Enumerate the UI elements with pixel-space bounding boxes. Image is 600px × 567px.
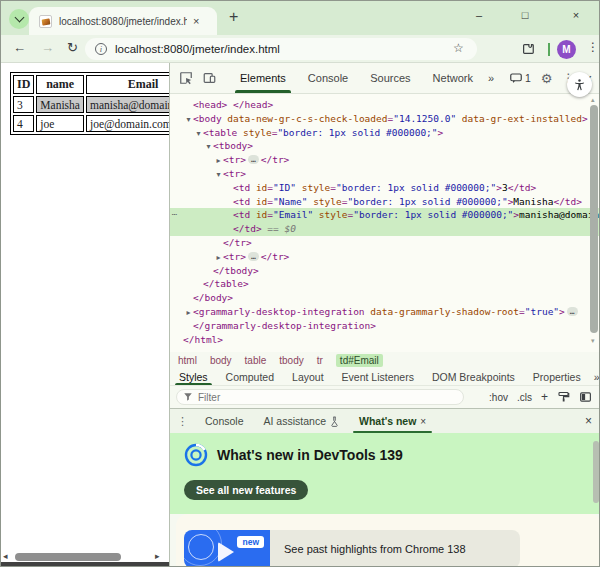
tab-search-button[interactable]	[9, 9, 29, 29]
expand-arrow-open-icon[interactable]: ▾	[204, 140, 213, 154]
drawer-tab-what's-new[interactable]: What's new×	[349, 409, 436, 433]
bookmark-star-icon[interactable]: ☆	[453, 41, 464, 55]
breadcrumb-item[interactable]: tbody	[279, 355, 303, 366]
breadcrumb-item[interactable]: table	[245, 355, 267, 366]
highlights-card[interactable]: new See past highlights from Chrome 138	[184, 530, 520, 567]
devtools-tab-sources[interactable]: Sources	[359, 63, 421, 93]
funnel-icon	[183, 392, 193, 402]
dom-tree-line[interactable]: </grammarly-desktop-integration>	[170, 319, 600, 333]
hscroll-left-arrow-icon[interactable]: ◂	[3, 551, 8, 561]
tree-scroll-up-icon[interactable]: ▴	[591, 96, 595, 104]
device-toolbar-icon[interactable]	[202, 71, 217, 85]
dom-tree-line[interactable]: </tbody>	[170, 264, 600, 278]
dom-tree-line[interactable]: ⋯<td id="Email" style="border: 1px solid…	[170, 208, 600, 222]
table-header-cell: name	[36, 75, 84, 94]
address-bar[interactable]: i localhost:8080/jmeter/index.html	[85, 38, 477, 60]
dom-tree-line[interactable]: ▾<body data-new-gr-c-s-check-loaded="14.…	[170, 112, 600, 126]
reload-button[interactable]: ↻	[67, 40, 78, 55]
browser-tab[interactable]: localhost:8080/jmeter/index.htm ×	[29, 7, 217, 35]
dom-tree-line[interactable]: </td> == $0	[170, 222, 600, 236]
expand-arrow-open-icon[interactable]: ▾	[194, 127, 203, 141]
whats-new-scrollbar-thumb[interactable]	[593, 441, 599, 503]
dom-tree-line[interactable]: </body>	[170, 291, 600, 305]
dom-tree-line[interactable]: <td id="Name" style="border: 1px solid #…	[170, 195, 600, 209]
styles-tab-layout[interactable]: Layout	[283, 368, 333, 385]
expand-arrow-closed-icon[interactable]: ▸	[184, 306, 193, 320]
styles-tab-properties[interactable]: Properties	[524, 368, 590, 385]
settings-gear-icon[interactable]: ⚙	[541, 71, 553, 86]
paint-roller-icon[interactable]	[557, 391, 570, 403]
devtools-tab-network[interactable]: Network	[422, 63, 484, 93]
accessibility-icon[interactable]	[567, 72, 592, 97]
expand-arrow-closed-icon[interactable]: ▸	[214, 154, 223, 168]
dom-tree-line[interactable]: </table>	[170, 277, 600, 291]
styles-tab-event-listeners[interactable]: Event Listeners	[333, 368, 423, 385]
dom-tree-line[interactable]: ▸<tr>…</tr>	[170, 153, 600, 167]
expand-arrow-open-icon[interactable]: ▾	[184, 113, 193, 127]
tab-close-button[interactable]: ×	[193, 15, 199, 27]
whats-new-card-area: new See past highlights from Chrome 138	[176, 514, 600, 567]
dom-tree-line[interactable]: ▾<tbody>	[170, 139, 600, 153]
hscroll-right-arrow-icon[interactable]: ▸	[155, 551, 160, 561]
dom-tree-line[interactable]: </tr>	[170, 236, 600, 250]
styles-tab-computed[interactable]: Computed	[217, 368, 283, 385]
back-button[interactable]: ←	[13, 40, 26, 55]
drawer-close-button[interactable]: ×	[585, 414, 600, 428]
dom-tree-line[interactable]: ▾<table style="border: 1px solid #000000…	[170, 126, 600, 140]
table-row: 4joejoe@domain.com	[13, 115, 169, 132]
issues-button[interactable]: 1	[510, 72, 531, 84]
tree-scroll-down-icon[interactable]: ▾	[591, 337, 595, 345]
window-close-button[interactable]: ×	[561, 9, 591, 21]
code-token: == $0	[262, 223, 296, 234]
dom-tree-line[interactable]: ▸<grammarly-desktop-integration data-gra…	[170, 305, 600, 319]
dom-tree-line[interactable]: </html>	[170, 333, 600, 347]
new-tab-button[interactable]: +	[229, 8, 238, 26]
drawer-tab-console[interactable]: Console	[195, 409, 254, 433]
styles-filter-input[interactable]: Filter	[176, 389, 464, 405]
expand-arrow-open-icon[interactable]: ▾	[214, 168, 223, 182]
line-options-icon[interactable]: ⋯	[172, 208, 176, 222]
drawer-tab-ai-assistance[interactable]: AI assistance	[254, 409, 349, 433]
drawer-tabbar: ⋮ ConsoleAI assistanceWhat's new× ×	[170, 408, 600, 433]
dom-tree-line[interactable]: <head> </head>	[170, 98, 600, 112]
breadcrumb-item[interactable]: body	[210, 355, 232, 366]
minimize-button[interactable]: –	[464, 9, 494, 21]
tree-scrollbar-thumb[interactable]	[590, 105, 598, 333]
expand-arrow-closed-icon[interactable]: ▸	[214, 251, 223, 265]
see-all-features-button[interactable]: See all new features	[184, 480, 308, 500]
element-classes-button[interactable]: .cls	[517, 392, 532, 403]
page-table: IDnameEmail 3Manishamanisha@domain.com4j…	[10, 72, 169, 135]
devtools-panel: ElementsConsoleSourcesNetwork » 1 ⚙ ⋮ × …	[169, 63, 600, 567]
styles-tab-styles[interactable]: Styles	[170, 368, 217, 385]
site-info-icon[interactable]: i	[95, 43, 107, 55]
extensions-icon[interactable]	[521, 42, 535, 56]
maximize-button[interactable]: □	[510, 9, 540, 21]
url-text[interactable]: localhost:8080/jmeter/index.html	[115, 43, 280, 55]
drawer-tab-close-button[interactable]: ×	[420, 416, 426, 427]
forward-button[interactable]: →	[41, 40, 54, 55]
breadcrumb-item[interactable]: html	[178, 355, 197, 366]
devtools-tab-elements[interactable]: Elements	[229, 63, 297, 93]
new-style-rule-button[interactable]: +	[541, 390, 548, 404]
sidebar-toggle-icon[interactable]	[579, 391, 592, 403]
code-token: <grammarly-desktop-integration	[193, 306, 365, 317]
collapsed-content-icon[interactable]: …	[567, 307, 578, 316]
inspect-element-icon[interactable]	[179, 71, 193, 85]
dom-tree-line[interactable]: ▾<tr>	[170, 167, 600, 181]
collapsed-content-icon[interactable]: …	[248, 155, 259, 164]
code-token: </tr>	[223, 237, 252, 248]
toggle-hover-state-button[interactable]: :hov	[489, 392, 508, 403]
breadcrumb-item[interactable]: tr	[317, 355, 323, 366]
styles-tab-dom-breakpoints[interactable]: DOM Breakpoints	[423, 368, 524, 385]
styles-more-tabs-button[interactable]: »	[590, 371, 600, 383]
drawer-menu-icon[interactable]: ⋮	[170, 415, 195, 428]
collapsed-content-icon[interactable]: …	[248, 252, 259, 261]
browser-menu-button[interactable]: ⋮	[587, 40, 599, 54]
hscroll-thumb[interactable]	[15, 553, 121, 561]
more-panels-button[interactable]: »	[484, 72, 498, 84]
devtools-tab-console[interactable]: Console	[297, 63, 359, 93]
dom-tree-line[interactable]: ▸<tr>…</tr>	[170, 250, 600, 264]
breadcrumb-item[interactable]: td#Email	[336, 354, 383, 367]
profile-avatar[interactable]: M	[557, 40, 576, 59]
dom-tree-line[interactable]: <td id="ID" style="border: 1px solid #00…	[170, 181, 600, 195]
